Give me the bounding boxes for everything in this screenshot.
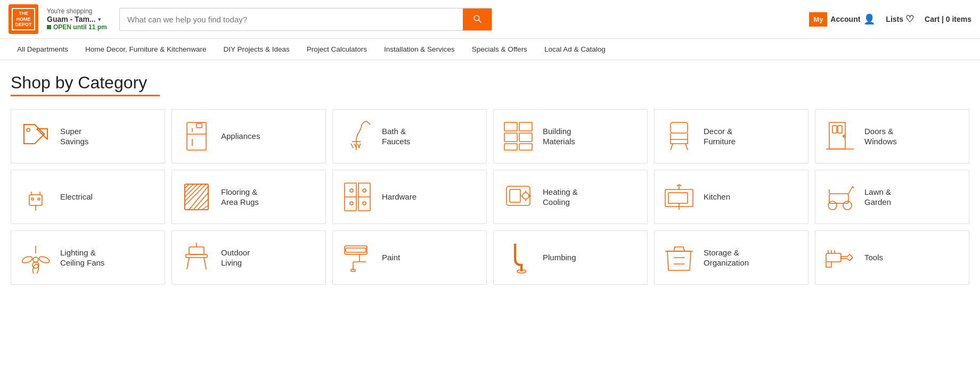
outdoor-table-icon [179,241,214,275]
doors-windows-label: Doors &Windows [864,126,897,147]
category-kitchen[interactable]: Kitchen [654,170,808,224]
svg-line-80 [187,258,189,269]
category-outdoor-living[interactable]: OutdoorLiving [172,230,326,285]
decor-furniture-label: Decor &Furniture [704,126,736,147]
chair-icon [662,119,696,153]
home-depot-logo[interactable]: THEHOMEDEPOT [9,4,38,34]
outdoor-living-label: OutdoorLiving [221,247,250,268]
svg-point-36 [31,198,34,200]
roller-icon [340,241,374,275]
category-super-savings[interactable]: SuperSavings [11,109,165,163]
svg-line-47 [202,205,208,210]
open-dot-icon [47,25,51,29]
main-content: Shop by Category SuperSavings [0,60,980,298]
chevron-down-icon: ▾ [98,16,101,22]
lawn-garden-label: Lawn &Garden [864,187,891,208]
door-icon [823,119,857,153]
building-materials-label: BuildingMaterials [543,126,575,147]
category-bath-faucets[interactable]: Bath &Faucets [332,109,487,163]
svg-point-55 [350,202,353,205]
drill-icon [823,241,857,275]
fridge-icon [179,119,214,153]
plumbing-label: Plumbing [543,252,576,263]
category-paint[interactable]: Paint [332,230,487,285]
svg-line-42 [185,184,202,201]
appliances-label: Appliances [221,131,260,142]
category-flooring-rugs[interactable]: Flooring &Area Rugs [172,170,326,224]
sink-icon [662,180,696,214]
svg-point-3 [27,128,30,131]
tools-label: Tools [864,252,883,263]
svg-marker-2 [24,125,44,144]
category-storage-organization[interactable]: Storage &Organization [654,230,808,285]
paint-label: Paint [382,252,400,263]
cart-button[interactable]: Cart | 0 items [925,15,971,23]
svg-point-56 [363,202,366,205]
person-icon: 👤 [863,13,875,25]
shingles-icon [501,119,535,153]
header: THEHOMEDEPOT You're shopping Guam - Tam.… [0,0,980,39]
title-underline [11,95,160,96]
shower-icon [340,119,374,153]
electrical-label: Electrical [60,192,93,202]
svg-rect-18 [504,133,517,142]
nav-calculators[interactable]: Project Calculators [298,39,375,60]
mower-icon [823,180,857,214]
svg-rect-21 [519,144,532,150]
category-grid: SuperSavings Appliances [11,109,969,285]
svg-rect-82 [189,247,204,254]
svg-point-53 [350,189,353,192]
svg-line-40 [185,184,193,193]
fan-icon [19,241,53,275]
svg-line-71 [853,186,854,188]
svg-rect-65 [668,193,688,203]
store-name-button[interactable]: Guam - Tam... ▾ [47,15,111,23]
storage-organization-label: Storage &Organization [704,247,749,268]
heart-icon: ♡ [905,13,914,25]
pipe-icon [501,241,535,275]
category-electrical[interactable]: Electrical [11,170,165,224]
nav-home-decor[interactable]: Home Decor, Furniture & Kitchenware [77,39,215,60]
nav-installation[interactable]: Installation & Services [375,39,463,60]
nav-diy[interactable]: DIY Projects & Ideas [215,39,298,60]
search-input[interactable] [120,9,463,30]
search-icon [472,14,482,23]
lists-button[interactable]: Lists ♡ [886,13,914,25]
shopping-label: You're shopping [47,7,111,15]
search-button[interactable] [463,9,492,30]
svg-line-81 [204,258,206,269]
kitchen-label: Kitchen [704,192,730,202]
category-lawn-garden[interactable]: Lawn &Garden [815,170,969,224]
heating-cooling-label: Heating &Cooling [543,187,578,208]
tag-arrows-icon [19,119,53,153]
category-tools[interactable]: Tools [815,230,969,285]
nav-local-ad[interactable]: Local Ad & Catalog [536,39,614,60]
store-status: OPEN until 11 pm [47,23,111,31]
lighting-fans-label: Lighting &Ceiling Fans [60,247,104,268]
svg-rect-85 [346,248,366,252]
account-button[interactable]: My Account 👤 [809,12,875,27]
svg-rect-94 [826,253,841,262]
svg-line-46 [198,199,208,210]
my-label: My [809,12,827,27]
nav-specials[interactable]: Specials & Offers [463,39,536,60]
logo-text: THEHOMEDEPOT [15,11,31,28]
svg-rect-32 [29,195,42,205]
svg-rect-16 [504,122,517,131]
svg-point-54 [363,189,366,192]
svg-rect-58 [510,189,520,202]
svg-line-70 [848,186,853,194]
category-decor-furniture[interactable]: Decor &Furniture [654,109,808,163]
svg-line-4 [37,129,47,139]
flooring-rugs-label: Flooring &Area Rugs [221,187,259,208]
category-appliances[interactable]: Appliances [172,109,326,163]
category-hardware[interactable]: Hardware [332,170,487,224]
category-building-materials[interactable]: BuildingMaterials [493,109,648,163]
main-nav: All Departments Home Decor, Furniture & … [0,39,980,60]
category-heating-cooling[interactable]: Heating &Cooling [493,170,648,224]
svg-point-76 [38,255,50,264]
category-doors-windows[interactable]: Doors &Windows [815,109,969,163]
category-plumbing[interactable]: Plumbing [493,230,648,285]
category-lighting-fans[interactable]: Lighting &Ceiling Fans [11,230,165,285]
nav-all-departments[interactable]: All Departments [9,39,77,60]
